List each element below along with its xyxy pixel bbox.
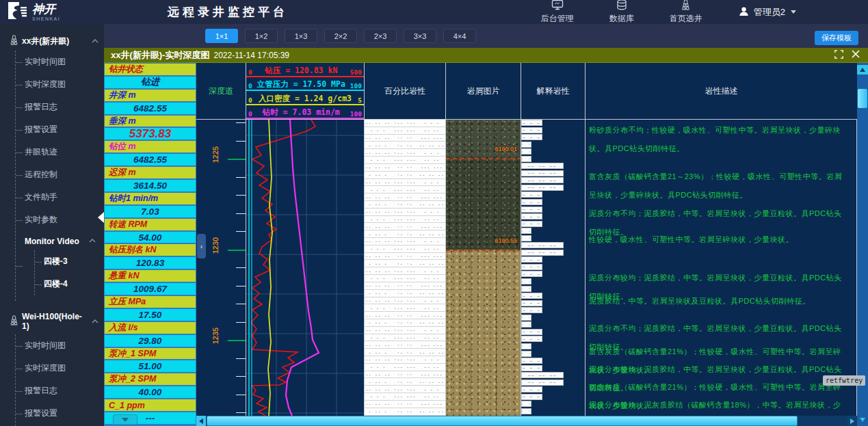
sidebar-item-实时深度图[interactable]: 实时深度图 bbox=[16, 357, 104, 380]
lithology-percent-header: 百分比岩性 bbox=[365, 63, 446, 119]
nav-item-label: 后台管理 bbox=[541, 13, 574, 25]
interp-lith-block: —— —— —— bbox=[521, 380, 564, 386]
lith-pattern-row: - -- -·- ·--- -- -- bbox=[365, 378, 445, 386]
fullscreen-icon[interactable] bbox=[834, 50, 843, 61]
lith-pattern-row: -- -- --·· ··--- --- bbox=[365, 401, 445, 408]
interp-lith-block: —— —— —— bbox=[521, 177, 564, 183]
interp-lith-block: · · bbox=[521, 401, 531, 407]
layout-button-2×3[interactable]: 2×3 bbox=[364, 29, 397, 43]
lithology-description-0: 粉砂质分布不均；性较硬，吸水性、可塑性中等。岩屑呈块状，少量碎块状。具PDC钻头… bbox=[589, 121, 847, 158]
layout-button-4×4[interactable]: 4×4 bbox=[443, 29, 476, 43]
scroll-down-button[interactable] bbox=[857, 415, 868, 425]
nav-item-label: 首页选井 bbox=[670, 13, 702, 25]
page-title: 远程录井监控平台 bbox=[168, 4, 288, 20]
param-label: 垂深 m bbox=[105, 116, 196, 127]
layout-button-3×3[interactable]: 3×3 bbox=[404, 29, 436, 43]
param-4: 迟深 m3614.50 bbox=[105, 167, 196, 191]
depth-minor-tick bbox=[236, 412, 246, 413]
lith-pattern-row: - -- -·- ·--- -- -- bbox=[365, 349, 445, 356]
param-label: 转速 RPM bbox=[105, 219, 196, 230]
panel-title: xx井(新井眼)-实时深度图 bbox=[111, 49, 209, 62]
photo-depth-label: 6190.01 bbox=[495, 146, 517, 152]
cuttings-photo bbox=[446, 250, 521, 416]
legend-max: 500 bbox=[350, 68, 362, 76]
sidebar-item-井眼轨迹[interactable]: 井眼轨迹 bbox=[16, 141, 104, 163]
lithology-description-header: 岩性描述 bbox=[586, 63, 857, 119]
triangle-down-icon bbox=[860, 418, 865, 422]
sidebar-item-文件助手[interactable]: 文件助手 bbox=[16, 186, 104, 209]
sidebar-item-实时时间图[interactable]: 实时时间图 bbox=[16, 51, 104, 73]
user-menu[interactable]: 管理员2 bbox=[738, 5, 796, 19]
derrick-icon bbox=[10, 35, 18, 47]
param-1: 井深 m6482.55 bbox=[105, 90, 196, 114]
lith-pattern-row: - - ---- ----- -- bbox=[365, 304, 445, 312]
interp-lith-block: – – – bbox=[521, 336, 542, 342]
interp-lith-block: – – – bbox=[521, 127, 542, 133]
logo-mark-icon bbox=[7, 1, 27, 23]
layout-button-1×1[interactable]: 1×1 bbox=[205, 29, 238, 43]
lithology-description-column: 粉砂质分布不均；性较硬，吸水性、可塑性中等。岩屑呈块状，少量碎块状。具PDC钻头… bbox=[586, 120, 857, 416]
param-7: 钻压别名 kN120.83 bbox=[105, 244, 196, 269]
depth-marker-line bbox=[446, 250, 521, 251]
sidebar-item-报警日志[interactable]: 报警日志 bbox=[16, 96, 104, 118]
depth-label: 1225 bbox=[211, 141, 220, 168]
sidebar-collapse-arrow[interactable] bbox=[98, 212, 104, 223]
param-label: 泵冲_2 SPM bbox=[105, 373, 196, 385]
param-label: C_1 ppm bbox=[105, 399, 196, 411]
layout-button-1×3[interactable]: 1×3 bbox=[285, 29, 317, 43]
well-node-1[interactable]: Wei-H100(Hole-1) bbox=[0, 310, 104, 333]
lith-pattern-row: - - ---- ----- -- bbox=[365, 334, 445, 342]
lith-pattern-row: -- -- --·-- ·--- - - bbox=[365, 149, 445, 157]
nav-item-2[interactable]: 首页选井 bbox=[670, 0, 702, 25]
sidebar-item-实时深度图[interactable]: 实时深度图 bbox=[16, 73, 104, 96]
interp-lith-block: – – – bbox=[521, 386, 542, 392]
sidebar-item-实时时间图[interactable]: 实时时间图 bbox=[16, 334, 104, 357]
sidebar-item-四楼-4[interactable]: 四楼-4 bbox=[35, 273, 104, 295]
track-collapse-tab[interactable]: ‹ bbox=[197, 234, 206, 258]
legend-row-2: 0入口密度 = 1.24 g/cm35 bbox=[246, 91, 364, 105]
horizontal-scrollbar[interactable] bbox=[196, 416, 857, 426]
sidebar-item-报警日志[interactable]: 报警日志 bbox=[16, 380, 104, 402]
legend-min: 0 bbox=[248, 110, 252, 118]
lith-pattern-row: - - ---- ----- -- bbox=[365, 245, 445, 253]
user-icon bbox=[738, 5, 750, 19]
horizontal-scroll-thumb[interactable] bbox=[207, 416, 798, 426]
well-node-0[interactable]: xx井(新井眼) bbox=[0, 33, 104, 49]
sidebar-item-四楼-3[interactable]: 四楼-3 bbox=[35, 250, 104, 273]
depth-major-tick bbox=[228, 340, 246, 341]
sidebar-item-实时参数[interactable]: 实时参数 bbox=[16, 209, 104, 231]
sidebar-group-Monitor Video[interactable]: Monitor Video四楼-3四楼-4 bbox=[16, 231, 104, 301]
lith-pattern-row: -- -- --·-- ·--- - - bbox=[365, 238, 445, 245]
vertical-scrollbar[interactable] bbox=[857, 63, 868, 426]
parameter-dropdown-button[interactable] bbox=[113, 414, 137, 425]
legend-row-1: 0立管压力 = 17.50 MPa100 bbox=[246, 77, 364, 92]
photo-depth-label: 6190.55 bbox=[495, 237, 517, 244]
layout-button-1×2[interactable]: 1×2 bbox=[245, 29, 278, 43]
lith-pattern-row: - - ---- ----- -- bbox=[365, 186, 445, 194]
scroll-left-button[interactable] bbox=[196, 416, 206, 426]
sidebar-item-远程控制[interactable]: 远程控制 bbox=[16, 163, 104, 186]
param-11: 泵冲_1 SPM51.00 bbox=[105, 348, 196, 373]
scroll-up-button[interactable] bbox=[857, 65, 868, 75]
legend-row-0: 0钻压 = 120.83 kN500 bbox=[246, 63, 364, 77]
lith-pattern-row: -- -- --·-- ·--- - - bbox=[365, 179, 445, 187]
lith-pattern-row: -- -- --·-- ·--- - - bbox=[365, 297, 445, 305]
param-value: 29.80 bbox=[105, 335, 196, 347]
well-name: Wei-H100(Hole-1) bbox=[22, 312, 88, 331]
param-label: 钻压别名 kN bbox=[105, 244, 196, 256]
depth-minor-tick bbox=[236, 231, 246, 232]
chart-body: 122512301235 -- -- --·-- ·--- - -- - ---… bbox=[196, 120, 857, 416]
param-5: 钻时1 min/m7.03 bbox=[105, 193, 196, 217]
derrick-icon bbox=[10, 315, 18, 328]
lith-pattern-row: - -- -·- ·--- -- -- bbox=[365, 201, 445, 209]
nav-item-1[interactable]: 数据库 bbox=[609, 0, 634, 25]
layout-button-2×2[interactable]: 2×2 bbox=[324, 29, 357, 43]
scroll-right-button[interactable] bbox=[847, 416, 857, 426]
sidebar-item-报警设置[interactable]: 报警设置 bbox=[16, 402, 104, 425]
vertical-scroll-thumb[interactable] bbox=[858, 89, 867, 108]
lith-pattern-row: - -- -·- ·--- -- -- bbox=[365, 408, 445, 416]
save-template-button[interactable]: 保存模板 bbox=[815, 31, 858, 45]
close-icon[interactable] bbox=[852, 50, 860, 60]
sidebar-item-报警设置[interactable]: 报警设置 bbox=[16, 118, 104, 141]
nav-item-0[interactable]: 后台管理 bbox=[541, 0, 574, 25]
